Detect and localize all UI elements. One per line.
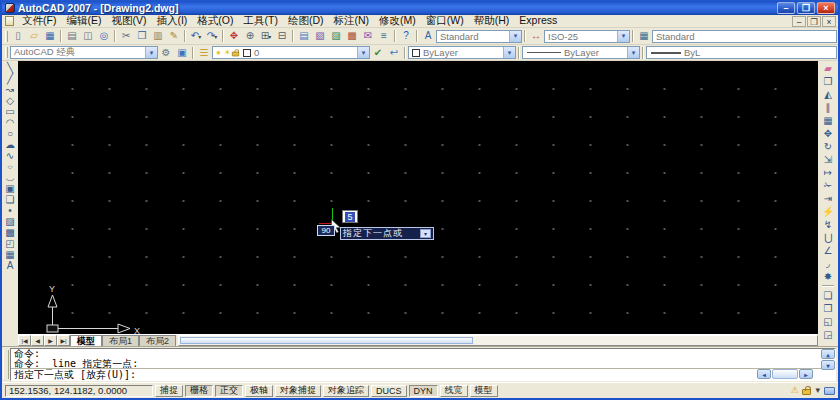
workspace-save-button[interactable]: ▣ (174, 46, 190, 60)
status-toggle-model[interactable]: 模型 (470, 385, 498, 397)
ellipse-arc-button[interactable]: ◡ (3, 172, 17, 183)
prev-tab-button[interactable]: ◀ (31, 335, 44, 346)
make-block-button[interactable]: ❏ (3, 194, 17, 205)
layer-combo[interactable]: ●☀0▾ (212, 46, 370, 59)
restore-button[interactable]: ❐ (797, 2, 815, 14)
status-toggle-lineweight[interactable]: 线宽 (440, 385, 468, 397)
send-to-back-button[interactable]: ❐ (821, 302, 835, 315)
spline-button[interactable]: ∿ (3, 150, 17, 161)
construction-line-button[interactable]: ╱ (3, 73, 17, 84)
menu-item-d[interactable]: 绘图(D) (283, 14, 329, 26)
clean-screen-icon[interactable] (824, 387, 835, 395)
join-button[interactable]: ⋃ (821, 231, 835, 244)
scale-button[interactable]: ⇲ (821, 153, 835, 166)
status-menu-icon[interactable]: ▾ (815, 386, 820, 395)
plot-preview-button[interactable]: ◫ (80, 29, 96, 43)
command-window-grip[interactable] (3, 350, 9, 379)
dim-style-button[interactable]: ↔ (528, 29, 544, 43)
rotate-button[interactable]: ↻ (821, 140, 835, 153)
mirror-button[interactable]: ◭ (821, 88, 835, 101)
markup-set-manager-button[interactable]: ✉ (360, 29, 376, 43)
undo-button[interactable]: ↶▾ (188, 29, 204, 43)
point-button[interactable]: • (3, 205, 17, 216)
menu-item-n[interactable]: 标注(N) (329, 14, 375, 26)
menu-item-o[interactable]: 格式(O) (192, 14, 238, 26)
ellipse-button[interactable]: ○ (3, 161, 17, 172)
zoom-previous-button[interactable]: ⊟ (274, 29, 290, 43)
array-button[interactable]: ▦ (821, 114, 835, 127)
text-style-button[interactable]: A (420, 29, 436, 43)
scroll-right-icon[interactable]: ▶ (799, 369, 813, 379)
layer-previous-button[interactable]: ↩ (386, 46, 402, 60)
sheet-set-manager-button[interactable]: ▩ (344, 29, 360, 43)
explode-button[interactable]: ✸ (821, 270, 835, 283)
command-horizontal-scrollbar[interactable]: ◀ ▶ (757, 369, 813, 379)
line-button[interactable]: ╲ (3, 62, 17, 73)
paste-button[interactable]: ▥ (150, 29, 166, 43)
command-vertical-scrollbar[interactable]: ▲ ▼ (821, 349, 835, 370)
polygon-button[interactable]: ◇ (3, 95, 17, 106)
circle-button[interactable]: ○ (3, 128, 17, 139)
lineweight-combo[interactable]: ByL (646, 46, 837, 59)
gradient-button[interactable]: ▩ (3, 227, 17, 238)
publish-button[interactable]: ◎ (96, 29, 112, 43)
chevron-down-icon[interactable]: ▾ (268, 33, 271, 40)
match-properties-button[interactable]: ✎ (166, 29, 182, 43)
arc-button[interactable]: ◠ (3, 117, 17, 128)
hatch-button[interactable]: ▨ (3, 216, 17, 227)
open-button[interactable]: ▱ (26, 29, 42, 43)
zoom-window-button[interactable]: ⊞▾ (258, 29, 274, 43)
pan-button[interactable]: ✥ (226, 29, 242, 43)
menu-item-h[interactable]: 帮助(H) (469, 14, 515, 26)
stretch-button[interactable]: ↦ (821, 166, 835, 179)
revision-cloud-button[interactable]: ☁ (3, 139, 17, 150)
status-toggle-otrack[interactable]: 对象追踪 (323, 385, 369, 397)
move-button[interactable]: ✥ (821, 127, 835, 140)
chevron-down-icon[interactable]: ▾ (214, 33, 217, 40)
status-toggle-dyn[interactable]: DYN (409, 385, 438, 397)
tab-model[interactable]: 模型 (70, 335, 102, 346)
command-prompt[interactable]: 指定下一点或 [放弃(U)]: (11, 368, 835, 380)
scroll-down-icon[interactable]: ▼ (821, 360, 835, 370)
status-toggle-polar[interactable]: 极轴 (245, 385, 273, 397)
menu-item-m[interactable]: 修改(M) (374, 14, 421, 26)
copy-object-button[interactable]: ❐ (821, 75, 835, 88)
trim-button[interactable]: ✁ (821, 179, 835, 192)
offset-button[interactable]: ∥ (821, 101, 835, 114)
menu-item-e[interactable]: 编辑(E) (61, 14, 106, 26)
break-button[interactable]: ↯ (821, 218, 835, 231)
fillet-button[interactable]: ◞ (821, 257, 835, 270)
scroll-left-icon[interactable]: ◀ (757, 369, 771, 379)
linetype-combo[interactable]: ByLayer▾ (522, 46, 640, 59)
chevron-down-icon[interactable]: ▾ (509, 31, 521, 42)
menu-item-i[interactable]: 插入(I) (151, 14, 192, 26)
mdi-close-button[interactable]: × (822, 16, 836, 27)
send-under-objects-button[interactable]: ◲ (821, 328, 835, 341)
toolbar-grip[interactable] (5, 47, 8, 58)
make-object-layer-current-button[interactable]: ✔ (370, 46, 386, 60)
workspace-settings-button[interactable]: ⚙ (158, 46, 174, 60)
zoom-realtime-button[interactable]: ⊕ (242, 29, 258, 43)
designcenter-button[interactable]: ▧ (312, 29, 328, 43)
status-toggle-osnap[interactable]: 对象捕捉 (275, 385, 321, 397)
chevron-down-icon[interactable]: ▾ (617, 31, 629, 42)
status-toggle-ortho[interactable]: 正交 (215, 385, 243, 397)
tab-layout1[interactable]: 布局1 (102, 335, 139, 346)
extend-button[interactable]: ⇥ (821, 192, 835, 205)
mdi-restore-button[interactable]: ❐ (807, 16, 821, 27)
save-button[interactable]: ▦ (42, 29, 58, 43)
close-button[interactable]: × (817, 2, 835, 14)
region-button[interactable]: ◰ (3, 238, 17, 249)
chamfer-button[interactable]: ∠ (821, 244, 835, 257)
table-button[interactable]: ▦ (3, 249, 17, 260)
plot-button[interactable]: ▤ (64, 29, 80, 43)
text-style-combo[interactable]: Standard▾ (436, 30, 522, 43)
bring-to-front-button[interactable]: ❏ (821, 289, 835, 302)
command-line-area[interactable]: 命令:命令: _line 指定第一点: 指定下一点或 [放弃(U)]: ▲ ▼ … (10, 348, 836, 381)
menu-item-t[interactable]: 工具(T) (239, 14, 283, 26)
chevron-down-icon[interactable]: ▾ (627, 47, 639, 58)
cut-button[interactable]: ✂ (118, 29, 134, 43)
tool-palettes-button[interactable]: ▨ (328, 29, 344, 43)
help-button[interactable]: ? (398, 29, 414, 43)
communication-center-icon[interactable]: ⚠ (790, 386, 798, 395)
